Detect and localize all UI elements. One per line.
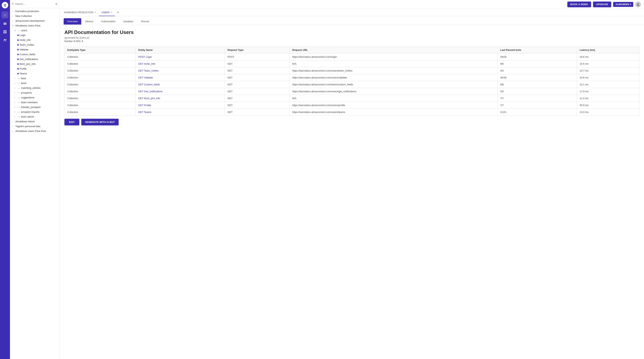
sidebar-item-prospects[interactable]: › ▭ prospects — [10, 90, 60, 95]
dot-icon — [17, 39, 19, 41]
tab-close-icon[interactable]: ✕ — [110, 11, 112, 14]
cell-last-passed: 29/29 — [498, 54, 577, 60]
folder-icon: ▭ — [18, 29, 20, 32]
tab-authorization[interactable]: Authorization — [97, 18, 119, 25]
sidebar-item-team-invites[interactable]: Team_invites — [10, 42, 60, 47]
sidebar-item-almanews-users-flow[interactable]: ∨ AlmaNews Users Flow — [10, 23, 60, 28]
refresh-icon[interactable]: ↻ — [56, 3, 58, 6]
sidebar-item-fetch-join-info[interactable]: fetch_join_info — [10, 62, 60, 66]
sidebar-item-custom-fields[interactable]: Custom_fields — [10, 52, 60, 57]
edit-button[interactable]: EDIT — [64, 119, 79, 125]
search-input[interactable] — [15, 3, 54, 5]
sidebar-item-suggestions[interactable]: › ▭ suggestions — [10, 95, 60, 100]
cell-last-passed: 5/5 — [498, 88, 577, 95]
sidebar-item-team[interactable]: › ▭ team — [10, 81, 60, 86]
sidebar-item-almanews-admin[interactable]: › AlmaNews Admin — [10, 119, 60, 124]
cell-entity-name[interactable]: GET Profile — [136, 102, 225, 109]
book-demo-button[interactable]: BOOK A DEMO — [567, 2, 591, 7]
sidebar-item-login[interactable]: Login — [10, 33, 60, 38]
cell-entity-name[interactable]: POST Login — [136, 54, 225, 60]
dot-icon — [17, 59, 19, 60]
chevron-right-icon: › — [12, 20, 14, 22]
table-row: Collection GET Teams GET https://karmabo… — [64, 109, 640, 116]
sidebar-item-team-admin[interactable]: › ▭ team admin — [10, 114, 60, 119]
cell-entity-name[interactable]: GET Validate — [136, 74, 225, 81]
chevron-right-icon: › — [14, 111, 17, 113]
cell-request-type: GET — [225, 95, 290, 102]
sidebar-item-karmabox-production[interactable]: › Karmabox-production — [10, 9, 60, 14]
chevron-down-icon: ∨ — [12, 25, 14, 27]
upgrade-button[interactable]: UPGRADE — [593, 2, 612, 7]
cell-entityable-type: Collection — [64, 95, 136, 102]
tab-karmabox-production[interactable]: KARMABOX-PRODUCTION ✕ — [61, 9, 99, 16]
sidebar-item-validate[interactable]: Validate — [10, 47, 60, 52]
sidebar-item-feed[interactable]: › ▭ feed — [10, 76, 60, 81]
cell-entity-name[interactable]: GET invite_info — [136, 60, 225, 67]
cell-entityable-type: Collection — [64, 74, 136, 81]
cell-entityable-type: Collection — [64, 54, 136, 60]
cell-request-type: GET — [225, 81, 290, 88]
sidebar-item-yagniks-personal-data[interactable]: › Yagnik's personal data — [10, 124, 60, 129]
dot-icon — [17, 49, 19, 51]
tab-runner[interactable]: Runner — [138, 18, 153, 25]
sidebar-item-teams[interactable]: Teams — [10, 71, 60, 76]
folder-icon: ▭ — [18, 87, 20, 89]
sidebar-item-team-members[interactable]: › ▭ team members — [10, 100, 60, 105]
sidebar-item-prospect-imports[interactable]: › ▭ prospect imports — [10, 110, 60, 114]
cell-entityable-type: Collection — [64, 60, 136, 67]
svg-rect-2 — [4, 24, 6, 25]
cell-last-passed: 8/8 — [498, 81, 577, 88]
chevron-right-icon: › — [12, 10, 14, 12]
cell-entity-name[interactable]: GET Custom_fields — [136, 81, 225, 88]
tab-variables[interactable]: Variables — [120, 18, 137, 25]
layers-icon[interactable] — [2, 20, 8, 27]
avatar[interactable] — [635, 2, 641, 7]
tab-close-icon[interactable]: ✕ — [94, 11, 96, 14]
cell-last-passed: 21/21 — [498, 109, 577, 116]
cell-entity-name[interactable]: GET Teams — [136, 109, 225, 116]
user-name-label: ALMANEWS — [616, 3, 629, 6]
table-row: Collection GET Team_invites GET https://… — [64, 67, 640, 74]
cell-last-passed: 7/7 — [498, 102, 577, 109]
cell-entity-name[interactable]: GET Team_invites — [136, 67, 225, 74]
bottom-actions: EDIT GENERATE WITH AI BOT — [64, 116, 640, 127]
svg-rect-0 — [4, 23, 6, 23]
sidebar-item-get-notifications[interactable]: Get_notifications — [10, 57, 60, 62]
generate-with-ai-bot-button[interactable]: GENERATE WITH AI BOT — [81, 119, 119, 125]
cell-entity-name[interactable]: GET fetch_join_info — [136, 95, 225, 102]
sidebar-item-users-folder[interactable]: ∨ ▭ users — [10, 28, 60, 33]
cell-request-type: GET — [225, 60, 290, 67]
cell-entity-name[interactable]: GET Get_notifications — [136, 88, 225, 95]
grid-icon[interactable] — [2, 28, 8, 35]
add-tab-button[interactable]: + — [115, 9, 121, 16]
chevron-right-icon: › — [14, 106, 17, 108]
sidebar-item-almanews-users-flow-post[interactable]: › AlmaNews Users Flow Post — [10, 129, 60, 134]
sidebar-item-linkedin-prospect[interactable]: › ▭ linkedin_prospect — [10, 105, 60, 110]
folder-icon: ▭ — [18, 96, 20, 99]
folder-icon: ▭ — [18, 92, 20, 94]
add-collection-button[interactable]: + — [12, 2, 14, 6]
cell-latency: 19.6 ms — [577, 54, 640, 60]
cell-request-url: https://karmabox.almaconnect.com/team/cu… — [290, 81, 498, 88]
svg-point-8 — [6, 39, 6, 40]
home-icon[interactable]: ⌂ — [2, 12, 8, 19]
users-icon[interactable] — [2, 37, 8, 44]
sidebar-item-invite-info[interactable]: invite_info — [10, 38, 60, 42]
cell-request-url: N/A — [290, 60, 498, 67]
user-menu-button[interactable]: ALMANEWS ▾ — [613, 2, 633, 7]
table-row: Collection POST Login POST https://karma… — [64, 54, 640, 60]
sidebar-item-matching-articles[interactable]: › ▭ matching_articles — [10, 86, 60, 90]
svg-rect-4 — [5, 30, 6, 32]
cell-request-type: GET — [225, 88, 290, 95]
collections-panel: + ↻ › Karmabox-production › New Collecti… — [10, 0, 60, 359]
cell-request-url: N/A — [290, 95, 498, 102]
col-request-url: Request URL — [290, 47, 498, 54]
tab-metrics[interactable]: Metrics — [82, 18, 97, 25]
sidebar-item-almaconnect-development[interactable]: › almaconnect-development — [10, 19, 60, 23]
sidebar-item-new-collection[interactable]: › New Collection — [10, 14, 60, 19]
tab-users[interactable]: USERS ✕ — [99, 9, 115, 16]
chevron-right-icon: › — [12, 130, 14, 132]
tab-overview[interactable]: Overview — [64, 18, 81, 25]
sidebar-item-profile[interactable]: Profile — [10, 66, 60, 71]
dot-icon — [17, 63, 19, 65]
